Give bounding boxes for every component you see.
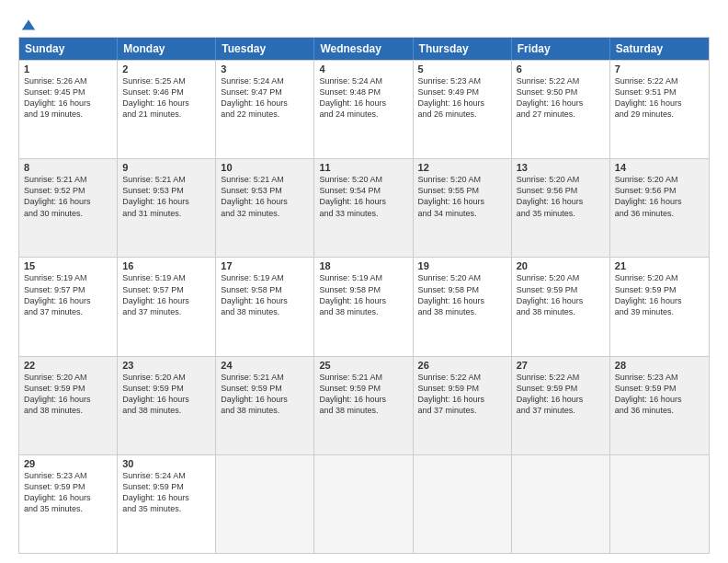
day-number: 14: [615, 162, 704, 173]
day-text: Sunrise: 5:20 AMSunset: 9:56 PMDaylight:…: [615, 174, 704, 219]
cal-cell-day-18: 18Sunrise: 5:19 AMSunset: 9:58 PMDayligh…: [314, 258, 413, 355]
cal-cell-empty: [512, 455, 610, 553]
cal-cell-day-12: 12Sunrise: 5:20 AMSunset: 9:55 PMDayligh…: [414, 159, 512, 257]
day-text: Sunrise: 5:21 AMSunset: 9:52 PMDaylight:…: [24, 174, 112, 219]
cal-cell-day-19: 19Sunrise: 5:20 AMSunset: 9:58 PMDayligh…: [414, 258, 512, 355]
day-number: 24: [221, 360, 309, 371]
day-text: Sunrise: 5:22 AMSunset: 9:59 PMDaylight:…: [418, 372, 506, 417]
day-number: 26: [418, 360, 506, 371]
day-number: 16: [122, 260, 210, 271]
day-text: Sunrise: 5:20 AMSunset: 9:59 PMDaylight:…: [517, 272, 605, 317]
day-number: 29: [24, 458, 112, 469]
cal-cell-day-10: 10Sunrise: 5:21 AMSunset: 9:53 PMDayligh…: [216, 159, 314, 257]
day-text: Sunrise: 5:23 AMSunset: 9:49 PMDaylight:…: [418, 75, 506, 121]
day-number: 4: [319, 63, 407, 75]
day-text: Sunrise: 5:24 AMSunset: 9:47 PMDaylight:…: [221, 75, 309, 121]
day-text: Sunrise: 5:23 AMSunset: 9:59 PMDaylight:…: [24, 470, 112, 515]
cal-cell-empty: [216, 455, 314, 553]
day-number: 9: [122, 162, 210, 173]
cal-cell-day-9: 9Sunrise: 5:21 AMSunset: 9:53 PMDaylight…: [118, 159, 216, 257]
day-number: 18: [319, 260, 407, 271]
day-text: Sunrise: 5:19 AMSunset: 9:57 PMDaylight:…: [122, 272, 210, 317]
cal-cell-day-11: 11Sunrise: 5:20 AMSunset: 9:54 PMDayligh…: [314, 159, 413, 257]
day-text: Sunrise: 5:19 AMSunset: 9:58 PMDaylight:…: [221, 272, 309, 317]
cal-header-cell-friday: Friday: [512, 38, 610, 60]
day-number: 25: [319, 360, 407, 371]
cal-cell-day-2: 2Sunrise: 5:25 AMSunset: 9:46 PMDaylight…: [118, 61, 216, 158]
day-text: Sunrise: 5:22 AMSunset: 9:59 PMDaylight:…: [517, 372, 605, 417]
day-text: Sunrise: 5:20 AMSunset: 9:55 PMDaylight:…: [418, 174, 506, 219]
logo-text: [18, 17, 37, 33]
svg-marker-0: [22, 20, 35, 30]
day-text: Sunrise: 5:19 AMSunset: 9:57 PMDaylight:…: [24, 272, 112, 317]
cal-cell-empty: [414, 455, 512, 553]
cal-cell-day-13: 13Sunrise: 5:20 AMSunset: 9:56 PMDayligh…: [512, 159, 610, 257]
cal-cell-day-3: 3Sunrise: 5:24 AMSunset: 9:47 PMDaylight…: [216, 61, 314, 158]
day-number: 13: [517, 162, 605, 173]
cal-cell-day-7: 7Sunrise: 5:22 AMSunset: 9:51 PMDaylight…: [610, 61, 709, 158]
cal-cell-day-27: 27Sunrise: 5:22 AMSunset: 9:59 PMDayligh…: [512, 357, 610, 454]
day-number: 7: [615, 63, 704, 75]
day-text: Sunrise: 5:20 AMSunset: 9:59 PMDaylight:…: [615, 272, 704, 317]
cal-cell-day-29: 29Sunrise: 5:23 AMSunset: 9:59 PMDayligh…: [19, 455, 118, 553]
cal-cell-empty: [314, 455, 413, 553]
day-text: Sunrise: 5:22 AMSunset: 9:51 PMDaylight:…: [615, 75, 704, 121]
day-text: Sunrise: 5:20 AMSunset: 9:59 PMDaylight:…: [24, 372, 112, 417]
cal-cell-day-20: 20Sunrise: 5:20 AMSunset: 9:59 PMDayligh…: [512, 258, 610, 355]
cal-cell-day-14: 14Sunrise: 5:20 AMSunset: 9:56 PMDayligh…: [610, 159, 709, 257]
cal-row-3: 22Sunrise: 5:20 AMSunset: 9:59 PMDayligh…: [19, 356, 709, 454]
cal-cell-day-25: 25Sunrise: 5:21 AMSunset: 9:59 PMDayligh…: [314, 357, 413, 454]
day-text: Sunrise: 5:21 AMSunset: 9:59 PMDaylight:…: [221, 372, 309, 417]
day-number: 3: [221, 63, 309, 75]
day-text: Sunrise: 5:21 AMSunset: 9:53 PMDaylight:…: [221, 174, 309, 219]
logo-icon: [20, 17, 37, 33]
cal-header-cell-wednesday: Wednesday: [314, 38, 413, 60]
day-number: 22: [24, 360, 112, 371]
cal-header-cell-monday: Monday: [118, 38, 216, 60]
calendar-body: 1Sunrise: 5:26 AMSunset: 9:45 PMDaylight…: [19, 60, 709, 553]
day-number: 20: [517, 260, 605, 271]
cal-header-cell-saturday: Saturday: [610, 38, 709, 60]
day-text: Sunrise: 5:22 AMSunset: 9:50 PMDaylight:…: [517, 75, 605, 121]
day-text: Sunrise: 5:20 AMSunset: 9:59 PMDaylight:…: [122, 372, 210, 417]
cal-header-cell-tuesday: Tuesday: [216, 38, 314, 60]
cal-cell-day-24: 24Sunrise: 5:21 AMSunset: 9:59 PMDayligh…: [216, 357, 314, 454]
day-text: Sunrise: 5:23 AMSunset: 9:59 PMDaylight:…: [615, 372, 704, 417]
day-number: 5: [418, 63, 506, 75]
day-number: 23: [122, 360, 210, 371]
day-number: 15: [24, 260, 112, 271]
day-text: Sunrise: 5:21 AMSunset: 9:59 PMDaylight:…: [319, 372, 407, 417]
cal-cell-day-8: 8Sunrise: 5:21 AMSunset: 9:52 PMDaylight…: [19, 159, 118, 257]
day-text: Sunrise: 5:24 AMSunset: 9:59 PMDaylight:…: [122, 470, 210, 515]
cal-row-1: 8Sunrise: 5:21 AMSunset: 9:52 PMDaylight…: [19, 158, 709, 257]
cal-row-4: 29Sunrise: 5:23 AMSunset: 9:59 PMDayligh…: [19, 454, 709, 553]
day-number: 30: [122, 458, 210, 469]
day-text: Sunrise: 5:26 AMSunset: 9:45 PMDaylight:…: [24, 75, 112, 121]
page: SundayMondayTuesdayWednesdayThursdayFrid…: [0, 0, 728, 563]
cal-cell-day-28: 28Sunrise: 5:23 AMSunset: 9:59 PMDayligh…: [610, 357, 709, 454]
cal-cell-day-16: 16Sunrise: 5:19 AMSunset: 9:57 PMDayligh…: [118, 258, 216, 355]
cal-cell-day-15: 15Sunrise: 5:19 AMSunset: 9:57 PMDayligh…: [19, 258, 118, 355]
header: [18, 17, 710, 29]
day-number: 21: [615, 260, 704, 271]
cal-cell-day-22: 22Sunrise: 5:20 AMSunset: 9:59 PMDayligh…: [19, 357, 118, 454]
cal-header-cell-thursday: Thursday: [414, 38, 512, 60]
day-number: 19: [418, 260, 506, 271]
cal-cell-day-21: 21Sunrise: 5:20 AMSunset: 9:59 PMDayligh…: [610, 258, 709, 355]
cal-header-cell-sunday: Sunday: [19, 38, 118, 60]
calendar: SundayMondayTuesdayWednesdayThursdayFrid…: [18, 37, 710, 554]
cal-row-0: 1Sunrise: 5:26 AMSunset: 9:45 PMDaylight…: [19, 60, 709, 158]
cal-cell-day-4: 4Sunrise: 5:24 AMSunset: 9:48 PMDaylight…: [314, 61, 413, 158]
day-number: 28: [615, 360, 704, 371]
day-number: 17: [221, 260, 309, 271]
day-text: Sunrise: 5:20 AMSunset: 9:58 PMDaylight:…: [418, 272, 506, 317]
cal-cell-day-5: 5Sunrise: 5:23 AMSunset: 9:49 PMDaylight…: [414, 61, 512, 158]
day-number: 2: [122, 63, 210, 75]
day-number: 10: [221, 162, 309, 173]
day-number: 12: [418, 162, 506, 173]
cal-cell-day-30: 30Sunrise: 5:24 AMSunset: 9:59 PMDayligh…: [118, 455, 216, 553]
day-text: Sunrise: 5:25 AMSunset: 9:46 PMDaylight:…: [122, 75, 210, 121]
day-number: 27: [517, 360, 605, 371]
day-number: 1: [24, 63, 112, 75]
calendar-header: SundayMondayTuesdayWednesdayThursdayFrid…: [19, 38, 709, 60]
